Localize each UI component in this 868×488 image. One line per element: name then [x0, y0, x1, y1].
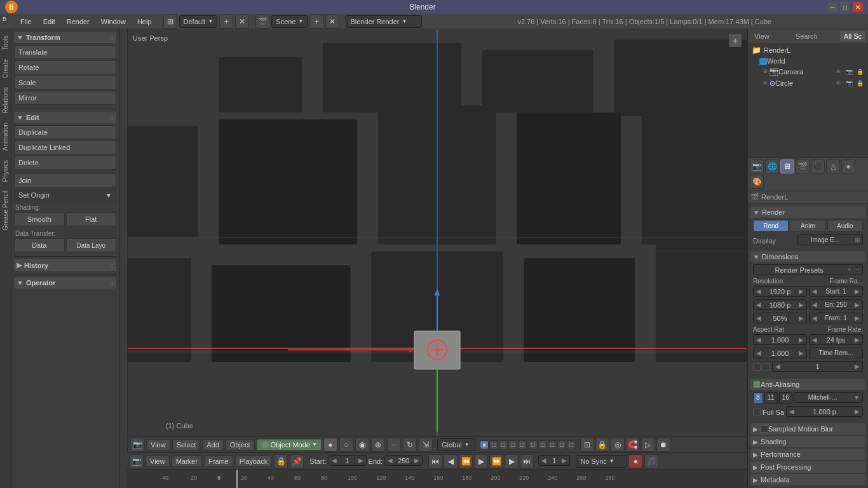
outliner-circle-item[interactable]: 👁 ⊙ Circle 👁 📷 🔒	[749, 78, 867, 89]
prop-icon-texture[interactable]: 🎨	[750, 175, 764, 189]
metadata-section-header[interactable]: ▶ Metadata	[750, 474, 865, 485]
presets-add-icon[interactable]: +	[844, 265, 853, 274]
fps-prev[interactable]: ◀	[810, 335, 820, 344]
window-menu[interactable]: Window	[96, 17, 131, 27]
aa-btn-16[interactable]: 16	[779, 392, 792, 404]
end-next[interactable]: ▶	[852, 300, 862, 309]
jump-start-icon[interactable]: ⏮	[428, 454, 442, 468]
circle-render-icon[interactable]: 📷	[844, 79, 853, 88]
aspect-x-field[interactable]: ◀ 1.000 ▶	[753, 334, 807, 345]
scene-dropdown[interactable]: Scene ▼	[271, 15, 308, 28]
snap-icon[interactable]: 🧲	[626, 438, 640, 452]
prev-frame-icon[interactable]: ◀	[444, 454, 458, 468]
viewport-manipulator-icon[interactable]: ⊕	[371, 438, 385, 452]
outliner-camera-item[interactable]: 👁 📷 Camera 👁 📷 🔒	[749, 66, 867, 78]
sync-dropdown[interactable]: No Sync ▼	[576, 455, 627, 468]
shading-section-header[interactable]: ▶ Shading	[750, 436, 865, 447]
end-field[interactable]: ◀ En: 250 ▶	[809, 299, 863, 310]
layer-btn-4[interactable]: □	[508, 440, 517, 449]
prop-icon-camera[interactable]: 📷	[750, 159, 764, 173]
duplicate-button[interactable]: Duplicate	[14, 125, 116, 139]
timeline-playback-btn[interactable]: Playback	[235, 456, 273, 467]
fps-next[interactable]: ▶	[852, 335, 862, 344]
viewport-shading-wire-icon[interactable]: ○	[339, 438, 353, 452]
dimensions-section-header[interactable]: ▼ Dimensions	[750, 251, 865, 262]
end-prev[interactable]: ◀	[810, 300, 820, 309]
pivot-dropdown[interactable]: Global ▼	[437, 438, 475, 451]
prop-icon-material[interactable]: ●	[841, 159, 855, 173]
frame-field[interactable]: ◀ Fram: 1 ▶	[809, 313, 863, 323]
camera-lock-icon[interactable]: 🔒	[855, 67, 864, 76]
prop-icon-world[interactable]: 🌐	[765, 159, 779, 173]
tab-create[interactable]: Create	[1, 55, 10, 82]
viewport-translate-icon[interactable]: ↔	[387, 438, 401, 452]
aa-section-header[interactable]: Anti-Aliasing	[750, 379, 865, 390]
translate-button[interactable]: Translate	[14, 45, 116, 59]
timeline-extra-icon[interactable]: 🎵	[644, 454, 658, 468]
prop-icon-render[interactable]: 🖥	[780, 159, 794, 173]
transform-section-header[interactable]: ▼ Transform ::	[14, 32, 116, 43]
end-prev-icon[interactable]: ◀	[385, 456, 395, 465]
sampled-motion-checkbox[interactable]	[761, 425, 768, 433]
scene-remove-icon[interactable]: ✕	[325, 15, 339, 29]
timeline-ruler[interactable]: -40 -20 0 20 40 60 80 100 120 140 160 18…	[127, 470, 747, 488]
delete-button[interactable]: Delete	[14, 156, 116, 170]
timeline-marker-btn[interactable]: Marker	[172, 456, 202, 467]
res-x-field[interactable]: ◀ 1920 p ▶	[753, 286, 807, 297]
flat-button[interactable]: Flat	[66, 212, 117, 226]
filter-expand[interactable]: ▼	[851, 393, 862, 402]
view-tab[interactable]: View	[750, 31, 773, 41]
timeline-pin-icon[interactable]: 📌	[290, 454, 304, 468]
fps-field[interactable]: ◀ 24 fps ▶	[809, 334, 863, 345]
time-rem-field[interactable]: Time Rem...	[809, 348, 863, 358]
layer-btn-1[interactable]: ■	[480, 440, 489, 449]
add-menu-btn[interactable]: Add	[202, 439, 224, 451]
start-prev[interactable]: ◀	[810, 287, 820, 296]
aa-btn-8[interactable]: 8	[753, 392, 763, 404]
viewport-scale-icon[interactable]: ⇲	[419, 438, 433, 452]
current-next-icon[interactable]: ▶	[559, 456, 569, 465]
tab-physics[interactable]: Physics	[1, 156, 10, 186]
history-section-header[interactable]: ▶ History ::	[14, 259, 116, 271]
close-button[interactable]: ✕	[853, 2, 863, 12]
circle-eye-icon[interactable]: 👁	[761, 79, 770, 88]
circle-lock-icon[interactable]: 🔒	[855, 79, 864, 88]
layer-btn-10[interactable]: □	[567, 440, 576, 449]
screen-layout-icon[interactable]: ⊞	[163, 15, 177, 29]
layer-btn-5[interactable]: □	[518, 440, 527, 449]
current-frame-field[interactable]: ◀ 1 ▶	[538, 455, 570, 466]
camera-render-icon[interactable]: 📷	[844, 67, 853, 76]
frm-next[interactable]: ▶	[852, 313, 862, 323]
post-processing-header[interactable]: ▶ Post Processing	[750, 461, 865, 473]
aspect-y-field[interactable]: ◀ 1.000 ▶	[753, 348, 807, 358]
viewport-render-icon[interactable]: ◉	[355, 438, 369, 452]
scale-button[interactable]: Scale	[14, 76, 116, 90]
start-field[interactable]: ◀ Start: 1 ▶	[809, 286, 863, 297]
display-expand-icon[interactable]: ⊞	[852, 235, 862, 245]
jump-end-icon[interactable]: ⏭	[520, 454, 534, 468]
timeline-lock-icon[interactable]: 🔒	[274, 454, 288, 468]
view-menu-btn[interactable]: View	[146, 439, 170, 451]
edit-section-header[interactable]: ▼ Edit ::	[14, 112, 116, 123]
time-next[interactable]: ▶	[852, 362, 862, 371]
prop-icon-object[interactable]: ⬛	[811, 159, 825, 173]
render-section-header[interactable]: ▼ Render	[750, 207, 865, 218]
help-menu[interactable]: Help	[132, 17, 157, 27]
res-y-prev[interactable]: ◀	[754, 300, 764, 309]
camera-visibility-icon[interactable]: 👁	[834, 67, 843, 76]
end-next-icon[interactable]: ▶	[412, 456, 422, 465]
asp-x-next[interactable]: ▶	[796, 335, 806, 344]
aa-btn-11[interactable]: 11	[764, 392, 778, 404]
circle-visibility-icon[interactable]: 👁	[834, 79, 843, 88]
lock-camera-icon[interactable]: 🔒	[595, 438, 609, 452]
prev-keyframe-icon[interactable]: ⏪	[459, 454, 473, 468]
object-menu-btn[interactable]: Object	[226, 439, 255, 451]
smooth-button[interactable]: Smooth	[14, 212, 65, 226]
res-x-prev[interactable]: ◀	[754, 287, 764, 296]
aa-val-prev[interactable]: ◀	[787, 407, 797, 416]
next-keyframe-icon[interactable]: ⏩	[489, 454, 503, 468]
maximize-button[interactable]: □	[840, 2, 850, 12]
tab-tools[interactable]: Tools	[1, 32, 10, 54]
rotate-button[interactable]: Rotate	[14, 60, 116, 74]
renderer-dropdown[interactable]: Blender Render ▼	[346, 15, 422, 28]
